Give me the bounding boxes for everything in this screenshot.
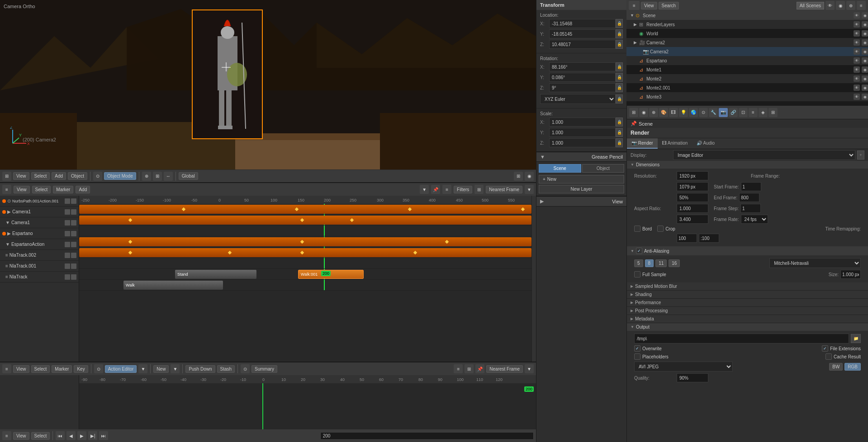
rot-y-input[interactable]: [549, 73, 616, 82]
display-select[interactable]: Image Editor: [673, 150, 855, 160]
loc-y-lock[interactable]: 🔒: [616, 29, 623, 38]
track-mute-5[interactable]: [65, 253, 70, 258]
rh-icon12[interactable]: ⊡: [739, 108, 748, 117]
crop-checkbox[interactable]: [657, 226, 664, 232]
aa-5-btn[interactable]: 5: [634, 259, 643, 267]
action-summary-btn[interactable]: Summary: [251, 365, 277, 373]
scene-item[interactable]: ▼ ⊙ Scene 👁 ◉: [626, 11, 868, 20]
espartano-item[interactable]: ⊿ Espartano 👁 ◉: [626, 56, 868, 65]
aa-fullsample-checkbox[interactable]: [634, 271, 640, 277]
viewport-3d[interactable]: Camera Ortho: [0, 0, 536, 169]
nla-pin-icon[interactable]: 📌: [431, 185, 440, 194]
time-remap-new[interactable]: [699, 234, 719, 243]
res-x-input[interactable]: [677, 171, 708, 180]
view-btn[interactable]: View: [13, 172, 29, 180]
track-mute-7[interactable]: [65, 274, 70, 280]
dimensions-header[interactable]: Dimensions: [627, 161, 868, 169]
bord-checkbox[interactable]: [634, 226, 640, 232]
c2p-render[interactable]: ◉: [862, 39, 868, 46]
c2-eye[interactable]: 👁: [854, 48, 860, 55]
aspect-x-input[interactable]: [677, 204, 708, 213]
esp-eye[interactable]: 👁: [854, 57, 860, 64]
action-obj-icon[interactable]: ⊙: [94, 364, 103, 373]
placeholders-checkbox[interactable]: [634, 353, 640, 360]
time-remap-old[interactable]: [677, 234, 697, 243]
manipulator-icon[interactable]: ↔: [164, 172, 173, 181]
camera2-item[interactable]: 📷 Camera2 👁 ◉: [626, 47, 868, 56]
track-mute-6[interactable]: [65, 263, 70, 269]
track-lock-1[interactable]: [71, 209, 76, 215]
track-mute-2[interactable]: [65, 220, 70, 226]
world-item[interactable]: ◉ World 👁 ◉: [626, 29, 868, 38]
motion-blur-section[interactable]: Sampled Motion Blur: [627, 282, 868, 291]
rot-z-input[interactable]: [549, 83, 616, 92]
all-scenes-badge[interactable]: All Scenes: [797, 2, 824, 9]
rot-z-lock[interactable]: 🔒: [616, 83, 623, 92]
mode-icon[interactable]: ⊙: [93, 172, 102, 181]
action-prop-icon[interactable]: ≡: [454, 364, 463, 373]
c2p-eye[interactable]: 👁: [854, 39, 860, 46]
track-lock-0[interactable]: [71, 198, 76, 204]
rh-icon6[interactable]: 💡: [679, 108, 688, 117]
action-new-btn[interactable]: New: [153, 365, 169, 373]
view-header[interactable]: ▶ View: [536, 197, 626, 207]
action-timeline[interactable]: -90 -80 -70 -60 -50 -40 -30 -20 -10 0 10…: [79, 375, 536, 429]
gp-new-btn[interactable]: + New: [539, 175, 624, 183]
object-btn[interactable]: Object: [68, 172, 87, 180]
action-snap-icon[interactable]: ⊞: [465, 364, 474, 373]
outliner-search-btn[interactable]: Search: [659, 2, 679, 9]
nla-select-btn[interactable]: Select: [32, 186, 51, 193]
select-btn[interactable]: Select: [31, 172, 50, 180]
rh-icon15[interactable]: ⊞: [768, 108, 778, 117]
outliner-render-icon[interactable]: ◉: [836, 1, 845, 10]
monte2-001-item[interactable]: ⊿ Monte2.001 👁 ◉: [626, 83, 868, 92]
action-nearest-dd[interactable]: ▼: [525, 364, 534, 373]
gp-header[interactable]: ▼ Grease Pencil: [536, 152, 626, 162]
action-mode-btn[interactable]: Action Editor: [105, 365, 137, 373]
loc-x-input[interactable]: -31.15468: [549, 19, 616, 28]
scene-eye[interactable]: 👁: [854, 12, 860, 19]
render-tab-animation[interactable]: 🎞 Animation: [658, 138, 693, 149]
nla-filter-icon[interactable]: ▼: [420, 185, 429, 194]
rh-icon2[interactable]: ◉: [639, 108, 648, 117]
frame-input[interactable]: [320, 432, 534, 440]
next-frame-btn[interactable]: ▶|: [88, 431, 97, 440]
aa-11-btn[interactable]: 11: [655, 259, 667, 267]
rh-icon11[interactable]: 🔗: [729, 108, 738, 117]
end-frame-input[interactable]: [739, 193, 759, 202]
m1-render[interactable]: ◉: [862, 66, 868, 73]
action-marker-btn[interactable]: Marker: [52, 365, 72, 373]
shading-section[interactable]: Shading: [627, 291, 868, 299]
strip-stand[interactable]: Stand: [175, 270, 256, 279]
sc-x-lock[interactable]: 🔒: [616, 118, 623, 127]
track-lock-3[interactable]: [71, 231, 76, 236]
c2-render[interactable]: ◉: [862, 48, 868, 55]
track-row-2[interactable]: ▼ Camera1: [0, 217, 79, 228]
outliner-icon[interactable]: ≡: [629, 1, 640, 10]
track-row-4[interactable]: ▼ EspartanoAction: [0, 239, 79, 250]
frame-rate-select[interactable]: 24 fps: [741, 215, 768, 224]
track-lock-5[interactable]: [71, 253, 76, 258]
rh-icon14[interactable]: ◈: [759, 108, 768, 117]
renderlayers-item[interactable]: ▶ ⊞ RenderLayers 👁 ◉: [626, 20, 868, 29]
nla-mode-icon[interactable]: ≡: [2, 185, 11, 194]
m2001-eye[interactable]: 👁: [854, 85, 860, 91]
track-mute-4[interactable]: [65, 242, 70, 247]
action-stash-btn[interactable]: Stash: [217, 365, 235, 373]
aa-size-input[interactable]: [840, 270, 861, 279]
overwrite-checkbox[interactable]: [634, 345, 640, 352]
gp-object-tab[interactable]: Object: [582, 164, 625, 173]
strip-0[interactable]: [79, 205, 531, 214]
quality-input[interactable]: [677, 373, 708, 382]
track-mute-0[interactable]: [65, 198, 70, 204]
action-nearest-btn[interactable]: Nearest Frame: [486, 365, 523, 373]
outliner-extra-icon[interactable]: ≡: [857, 1, 866, 10]
viewport-icon[interactable]: ⊞: [2, 172, 11, 181]
outliner-view-btn[interactable]: View: [641, 2, 657, 9]
track-row-0[interactable]: ⊙ NurbsPath.001Action.001: [0, 196, 79, 207]
nla-view-btn[interactable]: View: [14, 186, 30, 193]
track-row-3[interactable]: ▶ Espartano: [0, 228, 79, 239]
camera2-parent-item[interactable]: ▶ 🎥 Camera2 👁 ◉: [626, 38, 868, 47]
nla-scrollbar-v[interactable]: [531, 196, 536, 362]
m2001-render[interactable]: ◉: [862, 85, 868, 91]
